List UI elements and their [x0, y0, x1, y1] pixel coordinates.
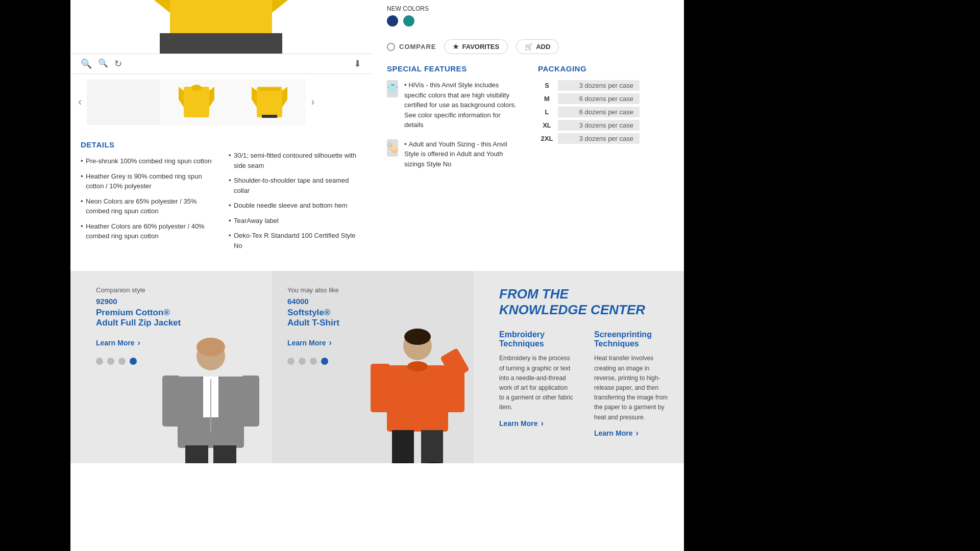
color-swatch-teal[interactable]: [403, 15, 414, 27]
color-swatches: [387, 15, 669, 27]
special-features-section: SPECIAL FEATURES 👕 HiVis - this Anvil St…: [387, 64, 528, 178]
cart-icon: 🛒: [525, 43, 533, 51]
favorites-label: FAVORITES: [462, 43, 499, 51]
screenprinting-learn-more-arrow: ›: [635, 429, 638, 438]
compare-group: COMPARE: [387, 43, 436, 51]
thumbnail-back[interactable]: [233, 79, 306, 125]
qty-m: 6 dozens per case: [558, 93, 640, 104]
product-info-section: NEW COLORS COMPARE ★ FAVORITES: [372, 0, 684, 271]
qty-l: 6 dozens per case: [558, 107, 640, 117]
companion-label: Companion style: [96, 286, 262, 294]
add-button[interactable]: 🛒 ADD: [516, 39, 559, 54]
detail-item-2: Heather Grey is 90% combed ring spun cot…: [81, 171, 213, 191]
companion-dot-2[interactable]: [107, 358, 114, 365]
action-row: COMPARE ★ FAVORITES 🛒 ADD: [387, 39, 669, 54]
knowledge-title-line1: FROM THE: [499, 286, 569, 302]
zoom-out-icon[interactable]: 🔍: [98, 58, 108, 69]
svg-marker-11: [282, 87, 287, 107]
also-like-learn-more-arrow: ›: [329, 338, 331, 347]
companion-learn-more-arrow: ›: [137, 338, 140, 347]
size-xl: XL: [538, 121, 556, 129]
also-like-label: You may also like: [287, 286, 463, 294]
companion-dot-1[interactable]: [96, 358, 103, 365]
detail-item-3: Neon Colors are 65% polyester / 35% comb…: [81, 196, 213, 216]
details-section: DETAILS Pre-shrunk 100% combed ring spun…: [70, 130, 372, 271]
also-dot-3[interactable]: [310, 358, 317, 365]
compare-label[interactable]: COMPARE: [399, 43, 436, 51]
embroidery-title: Embroidery Techniques: [499, 330, 574, 348]
packaging-section: PACKAGING S 3 dozens per case M 6 dozens…: [538, 64, 669, 178]
svg-rect-30: [392, 430, 414, 463]
companion-dot-3[interactable]: [118, 358, 126, 365]
svg-rect-31: [421, 430, 443, 463]
detail-item-1: Pre-shrunk 100% combed ring spun cotton: [81, 156, 213, 166]
svg-point-25: [404, 329, 431, 345]
zoom-in-icon[interactable]: 🔍: [81, 58, 92, 69]
thumbnail-strip: ‹: [70, 74, 372, 130]
image-section: 🔍 🔍 ↻ ⬇ ‹: [70, 0, 372, 271]
add-label: ADD: [536, 43, 550, 51]
knowledge-screenprinting: Screenprinting Techniques Heat transfer …: [594, 330, 669, 447]
size-2xl: 2XL: [538, 135, 556, 142]
companion-learn-more-label: Learn More: [96, 339, 134, 347]
pack-row-2xl: 2XL 3 dozens per case: [538, 133, 669, 144]
screenprinting-text: Heat transfer involves creating an image…: [594, 354, 669, 422]
screenprinting-learn-more-label: Learn More: [594, 429, 632, 437]
svg-marker-6: [179, 87, 184, 107]
companion-style-panel: Companion style 92900 Premium Cotton® Ad…: [70, 271, 272, 463]
thumb-next-button[interactable]: ›: [306, 95, 320, 109]
svg-rect-4: [160, 33, 282, 54]
svg-point-8: [191, 85, 202, 91]
detail-item-7: Double needle sleeve and bottom hem: [229, 201, 361, 211]
compare-checkbox[interactable]: [387, 43, 395, 51]
svg-marker-10: [252, 87, 257, 107]
rotate-icon[interactable]: ↻: [114, 58, 122, 69]
feature-item-1: 👕 HiVis - this Anvil Style includes spec…: [387, 80, 518, 130]
favorites-button[interactable]: ★ FAVORITES: [444, 39, 508, 54]
also-dot-2[interactable]: [299, 358, 306, 365]
svg-marker-1: [144, 0, 170, 13]
right-black-panel: [684, 0, 980, 551]
detail-item-4: Heather Colors are 60% polyester / 40% c…: [81, 221, 213, 241]
svg-rect-26: [387, 365, 448, 432]
svg-marker-2: [272, 0, 298, 13]
also-dot-4[interactable]: [321, 358, 328, 365]
size-m: M: [538, 95, 556, 103]
svg-rect-22: [185, 445, 208, 463]
pack-row-xl: XL 3 dozens per case: [538, 120, 669, 131]
color-label: NEW COLORS: [387, 5, 669, 12]
knowledge-center-title: FROM THE KNOWLEDGE CENTER: [499, 286, 669, 318]
also-style-number: 64000: [287, 297, 463, 306]
sizing-icon: 🏷️: [387, 139, 398, 157]
packaging-title: PACKAGING: [538, 64, 669, 73]
svg-marker-7: [209, 87, 214, 107]
pack-row-s: S 3 dozens per case: [538, 80, 669, 91]
companion-name1: Premium Cotton®: [96, 308, 262, 318]
embroidery-learn-more-label: Learn More: [499, 419, 537, 428]
thumbnail-empty: [87, 79, 160, 125]
knowledge-embroidery: Embroidery Techniques Embroidery is the …: [499, 330, 574, 447]
feature-text-1: HiVis - this Anvil Style includes specif…: [404, 80, 518, 130]
screenprinting-learn-more-link[interactable]: Learn More ›: [594, 429, 669, 438]
embroidery-learn-more-link[interactable]: Learn More ›: [499, 419, 574, 428]
svg-point-27: [407, 361, 428, 371]
color-swatch-navy[interactable]: [387, 15, 398, 27]
detail-item-5: 30/1; semi-fitted contoured silhouette w…: [229, 151, 361, 170]
thumb-prev-button[interactable]: ‹: [73, 95, 87, 109]
svg-rect-13: [262, 115, 277, 118]
star-icon: ★: [453, 43, 459, 51]
svg-rect-23: [213, 445, 236, 463]
left-black-panel: [0, 0, 70, 551]
image-toolbar: 🔍 🔍 ↻ ⬇: [70, 54, 372, 74]
special-features-title: SPECIAL FEATURES: [387, 64, 518, 73]
companion-dot-4[interactable]: [130, 358, 137, 365]
detail-item-6: Shoulder-to-shoulder tape and seamed col…: [229, 176, 361, 195]
thumbnail-front[interactable]: [160, 79, 233, 125]
pack-row-m: M 6 dozens per case: [538, 93, 669, 104]
knowledge-title-line2: KNOWLEDGE CENTER: [499, 302, 645, 317]
details-left-col: DETAILS Pre-shrunk 100% combed ring spun…: [81, 140, 229, 256]
also-dot-1[interactable]: [287, 358, 295, 365]
companion-name2: Adult Full Zip Jacket: [96, 318, 262, 328]
download-icon[interactable]: ⬇: [354, 58, 361, 69]
size-l: L: [538, 108, 556, 116]
